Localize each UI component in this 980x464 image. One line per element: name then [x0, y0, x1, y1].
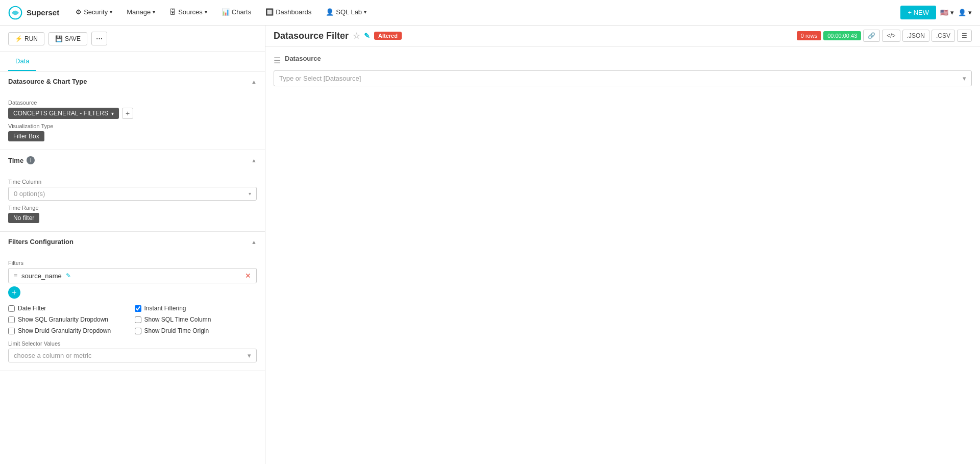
datasource-select[interactable]: CONCEPTS GENERAL - FILTERS ▾ [8, 108, 119, 119]
security-icon: ⚙ [76, 8, 82, 16]
nav-manage-label: Manage [127, 8, 151, 16]
section-filters-body: Filters ≡ source_name ✎ ✕ + Date Filter [0, 252, 265, 371]
filters-label: Filters [8, 260, 257, 266]
checkbox-show-sql-time[interactable]: Show SQL Time Column [135, 316, 257, 323]
show-druid-gran-label: Show Druid Granularity Dropdown [18, 327, 111, 334]
edit-title-icon[interactable]: ✎ [364, 32, 370, 40]
favorite-icon[interactable]: ☆ [353, 31, 360, 41]
nav-item-dashboards[interactable]: 🔲 Dashboards [259, 0, 317, 26]
add-datasource-button[interactable]: + [122, 108, 133, 119]
chevron-down-icon: ▾ [963, 75, 966, 82]
nav-security-label: Security [84, 8, 108, 16]
chart-title-text: Datasource Filter [274, 31, 349, 41]
section-filters-title: Filters Configuration [8, 238, 74, 246]
show-sql-gran-label: Show SQL Granularity Dropdown [18, 316, 108, 323]
rows-badge: 0 rows [797, 31, 821, 40]
link-button[interactable]: 🔗 [863, 30, 880, 42]
time-column-placeholder: 0 option(s) [14, 190, 45, 198]
more-actions-button[interactable]: ☰ [957, 30, 972, 42]
chevron-down-icon: ▾ [153, 9, 155, 15]
checkbox-instant-filtering[interactable]: Instant Filtering [135, 305, 257, 312]
datasource-type-select[interactable]: Type or Select [Datasource] ▾ [274, 70, 972, 86]
datasource-area: ☰ Datasource Type or Select [Datasource]… [265, 46, 980, 94]
date-filter-label: Date Filter [18, 305, 46, 312]
more-icon: ⋯ [96, 35, 103, 42]
language-select[interactable]: 🇺🇸 ▾ [940, 9, 954, 16]
section-datasource-chart: Datasource & Chart Type ▲ Datasource CON… [0, 71, 265, 150]
section-filters-header[interactable]: Filters Configuration ▲ [0, 232, 265, 252]
show-sql-time-label: Show SQL Time Column [144, 316, 211, 323]
csv-button[interactable]: .CSV [932, 30, 955, 42]
nav-item-security[interactable]: ⚙ Security ▾ [69, 0, 118, 26]
chart-title: Datasource Filter ☆ ✎ Altered [274, 31, 402, 41]
time-badge: 00:00:00.43 [823, 31, 861, 40]
date-filter-checkbox[interactable] [8, 305, 15, 312]
datasource-label: Datasource [8, 100, 257, 106]
time-range-badge[interactable]: No filter [8, 213, 39, 223]
datasource-section-label: Datasource [285, 55, 321, 62]
time-range-label: Time Range [8, 205, 257, 211]
tab-data[interactable]: Data [8, 52, 36, 71]
chevron-down-icon: ▾ [950, 9, 954, 16]
checkbox-show-druid-gran[interactable]: Show Druid Granularity Dropdown [8, 327, 131, 334]
edit-icon[interactable]: ✎ [66, 272, 71, 279]
app-body: ⚡ RUN 💾 SAVE ⋯ Data Datasource & Chart T… [0, 26, 980, 464]
user-menu[interactable]: 👤 ▾ [958, 9, 972, 16]
limit-select[interactable]: choose a column or metric ▾ [8, 349, 257, 362]
nav-charts-label: Charts [232, 8, 251, 16]
section-datasource-title: Datasource & Chart Type [8, 78, 87, 85]
user-avatar-icon: 👤 [958, 9, 966, 16]
chevron-down-icon: ▾ [364, 9, 366, 15]
checkbox-grid: Date Filter Instant Filtering Show SQL G… [8, 305, 257, 334]
nav-item-charts[interactable]: 📊 Charts [215, 0, 257, 26]
chart-icon: 📊 [222, 8, 230, 16]
instant-filtering-checkbox[interactable] [135, 305, 141, 312]
chevron-down-icon: ▾ [111, 111, 114, 116]
time-column-select[interactable]: 0 option(s) ▾ [8, 187, 257, 201]
checkbox-date-filter[interactable]: Date Filter [8, 305, 131, 312]
show-druid-gran-checkbox[interactable] [8, 328, 15, 334]
chevron-down-icon: ▾ [968, 9, 972, 16]
nav-item-sqllab[interactable]: 👤 SQL Lab ▾ [320, 0, 373, 26]
nav-sqllab-label: SQL Lab [336, 8, 362, 16]
section-time-body: Time Column 0 option(s) ▾ Time Range No … [0, 170, 265, 231]
database-icon: 🗄 [169, 8, 176, 16]
embed-button[interactable]: </> [882, 30, 900, 42]
remove-filter-button[interactable]: ✕ [245, 272, 251, 280]
filter-item-name: source_name [21, 272, 62, 280]
section-datasource-header[interactable]: Datasource & Chart Type ▲ [0, 71, 265, 91]
nav-item-manage[interactable]: Manage ▾ [120, 0, 161, 26]
nav-dashboards-label: Dashboards [276, 8, 311, 16]
show-sql-gran-checkbox[interactable] [8, 316, 15, 323]
show-druid-time-checkbox[interactable] [135, 328, 141, 334]
limit-placeholder: choose a column or metric [14, 352, 91, 359]
brand[interactable]: Superset [8, 6, 59, 20]
more-button[interactable]: ⋯ [91, 32, 107, 45]
chevron-down-icon: ▾ [110, 9, 112, 15]
json-button[interactable]: .JSON [902, 30, 929, 42]
section-filters-config: Filters Configuration ▲ Filters ≡ source… [0, 232, 265, 371]
nav-item-sources[interactable]: 🗄 Sources ▾ [163, 0, 213, 26]
show-sql-time-checkbox[interactable] [135, 316, 141, 323]
viz-type-badge[interactable]: Filter Box [8, 131, 44, 141]
filter-item: ≡ source_name ✎ ✕ [8, 268, 257, 283]
checkbox-show-sql-gran[interactable]: Show SQL Granularity Dropdown [8, 316, 131, 323]
run-button[interactable]: ⚡ RUN [8, 32, 44, 45]
left-panel: ⚡ RUN 💾 SAVE ⋯ Data Datasource & Chart T… [0, 26, 265, 464]
navbar-right: + NEW 🇺🇸 ▾ 👤 ▾ [900, 6, 972, 19]
datasource-value: CONCEPTS GENERAL - FILTERS [13, 110, 108, 117]
checkbox-show-druid-time[interactable]: Show Druid Time Origin [135, 327, 257, 334]
user-icon: 👤 [326, 8, 334, 16]
flash-icon: ⚡ [15, 35, 22, 42]
chart-actions: 0 rows 00:00:00.43 🔗 </> .JSON .CSV ☰ [797, 30, 972, 42]
section-time-title: Time [8, 157, 23, 164]
save-button[interactable]: 💾 SAVE [48, 32, 87, 45]
new-button[interactable]: + NEW [900, 6, 936, 19]
chevron-down-icon: ▾ [249, 191, 251, 197]
navbar: Superset ⚙ Security ▾ Manage ▾ 🗄 Sources… [0, 0, 980, 26]
superset-logo [8, 6, 22, 20]
add-filter-button[interactable]: + [8, 286, 20, 299]
instant-filtering-label: Instant Filtering [144, 305, 186, 312]
drag-handle-icon[interactable]: ≡ [14, 272, 17, 279]
section-time-header[interactable]: Time i ▲ [0, 150, 265, 170]
